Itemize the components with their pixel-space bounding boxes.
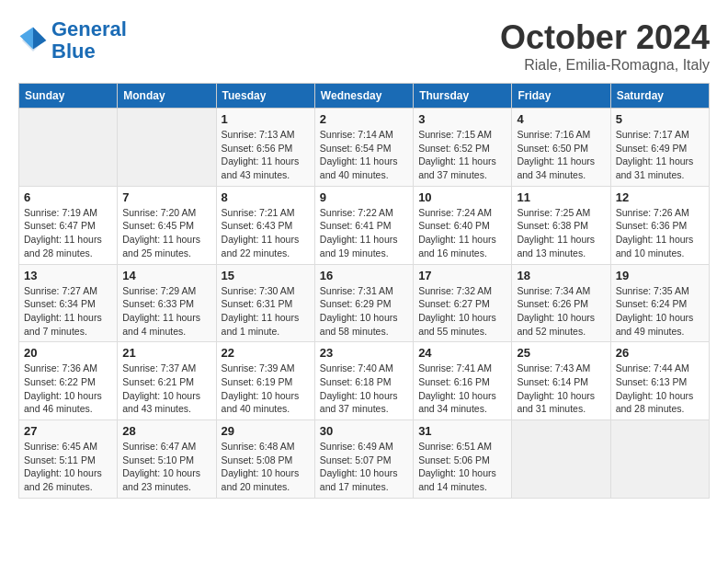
day-info: Sunrise: 7:40 AMSunset: 6:18 PMDaylight:… xyxy=(320,362,408,416)
day-number: 10 xyxy=(418,190,506,204)
day-number: 25 xyxy=(517,346,605,360)
day-number: 15 xyxy=(222,269,310,282)
calendar-cell: 24Sunrise: 7:41 AMSunset: 6:16 PMDayligh… xyxy=(414,342,512,420)
svg-marker-1 xyxy=(33,28,46,50)
day-number: 16 xyxy=(320,269,408,282)
day-number: 13 xyxy=(24,269,112,282)
day-info: Sunrise: 7:39 AMSunset: 6:19 PMDaylight:… xyxy=(222,362,310,416)
day-number: 23 xyxy=(320,346,408,360)
calendar-cell: 4Sunrise: 7:16 AMSunset: 6:50 PMDaylight… xyxy=(512,109,610,187)
calendar-week-1: 6Sunrise: 7:19 AMSunset: 6:47 PMDaylight… xyxy=(19,186,710,264)
calendar-week-2: 13Sunrise: 7:27 AMSunset: 6:34 PMDayligh… xyxy=(19,264,710,342)
calendar-cell: 19Sunrise: 7:35 AMSunset: 6:24 PMDayligh… xyxy=(610,264,709,342)
day-number: 30 xyxy=(320,424,408,438)
day-info: Sunrise: 7:20 AMSunset: 6:45 PMDaylight:… xyxy=(122,206,210,260)
day-info: Sunrise: 6:45 AMSunset: 5:11 PMDaylight:… xyxy=(24,440,112,494)
calendar-cell: 9Sunrise: 7:22 AMSunset: 6:41 PMDaylight… xyxy=(314,186,413,264)
weekday-header-friday: Friday xyxy=(512,84,610,109)
calendar-cell: 28Sunrise: 6:47 AMSunset: 5:10 PMDayligh… xyxy=(118,420,216,499)
day-number: 28 xyxy=(122,424,210,438)
day-info: Sunrise: 7:44 AMSunset: 6:13 PMDaylight:… xyxy=(616,362,704,416)
location-title: Riale, Emilia-Romagna, Italy xyxy=(500,57,710,74)
calendar-cell: 3Sunrise: 7:15 AMSunset: 6:52 PMDaylight… xyxy=(414,109,512,187)
day-info: Sunrise: 7:26 AMSunset: 6:36 PMDaylight:… xyxy=(616,206,704,260)
day-number: 29 xyxy=(222,424,310,438)
day-info: Sunrise: 7:15 AMSunset: 6:52 PMDaylight:… xyxy=(418,128,506,182)
day-number: 7 xyxy=(122,190,210,204)
calendar-cell: 18Sunrise: 7:34 AMSunset: 6:26 PMDayligh… xyxy=(512,264,610,342)
logo-text: General Blue xyxy=(51,18,127,63)
weekday-header-tuesday: Tuesday xyxy=(216,84,314,109)
day-info: Sunrise: 7:34 AMSunset: 6:26 PMDaylight:… xyxy=(517,284,605,339)
day-number: 24 xyxy=(418,346,506,360)
day-info: Sunrise: 7:35 AMSunset: 6:24 PMDaylight:… xyxy=(616,284,704,339)
day-info: Sunrise: 7:41 AMSunset: 6:16 PMDaylight:… xyxy=(418,362,506,416)
day-info: Sunrise: 7:21 AMSunset: 6:43 PMDaylight:… xyxy=(222,206,310,260)
calendar-cell: 5Sunrise: 7:17 AMSunset: 6:49 PMDaylight… xyxy=(610,109,709,187)
day-number: 6 xyxy=(24,190,112,204)
calendar-week-3: 20Sunrise: 7:36 AMSunset: 6:22 PMDayligh… xyxy=(19,342,710,420)
day-info: Sunrise: 7:37 AMSunset: 6:21 PMDaylight:… xyxy=(122,362,210,416)
day-number: 22 xyxy=(222,346,310,360)
calendar-week-0: 1Sunrise: 7:13 AMSunset: 6:56 PMDaylight… xyxy=(19,109,710,187)
calendar-cell: 12Sunrise: 7:26 AMSunset: 6:36 PMDayligh… xyxy=(610,186,709,264)
svg-marker-2 xyxy=(20,28,33,50)
day-number: 5 xyxy=(616,112,704,126)
day-number: 2 xyxy=(320,112,408,126)
weekday-header-wednesday: Wednesday xyxy=(314,84,413,109)
day-info: Sunrise: 7:16 AMSunset: 6:50 PMDaylight:… xyxy=(517,128,605,182)
day-number: 4 xyxy=(517,112,605,126)
calendar-cell xyxy=(19,109,118,187)
weekday-header-sunday: Sunday xyxy=(19,84,118,109)
day-info: Sunrise: 7:14 AMSunset: 6:54 PMDaylight:… xyxy=(320,128,408,182)
day-number: 20 xyxy=(24,346,112,360)
calendar-cell: 16Sunrise: 7:31 AMSunset: 6:29 PMDayligh… xyxy=(314,264,413,342)
day-info: Sunrise: 7:13 AMSunset: 6:56 PMDaylight:… xyxy=(222,128,310,182)
day-info: Sunrise: 6:49 AMSunset: 5:07 PMDaylight:… xyxy=(320,440,408,494)
calendar-cell: 2Sunrise: 7:14 AMSunset: 6:54 PMDaylight… xyxy=(314,109,413,187)
calendar-cell xyxy=(512,420,610,499)
calendar-cell: 1Sunrise: 7:13 AMSunset: 6:56 PMDaylight… xyxy=(216,109,314,187)
calendar-cell: 21Sunrise: 7:37 AMSunset: 6:21 PMDayligh… xyxy=(118,342,216,420)
day-number: 26 xyxy=(616,346,704,360)
day-info: Sunrise: 7:19 AMSunset: 6:47 PMDaylight:… xyxy=(24,206,112,260)
day-info: Sunrise: 7:24 AMSunset: 6:40 PMDaylight:… xyxy=(418,206,506,260)
logo-icon xyxy=(18,26,48,55)
calendar-cell: 15Sunrise: 7:30 AMSunset: 6:31 PMDayligh… xyxy=(216,264,314,342)
calendar-cell: 17Sunrise: 7:32 AMSunset: 6:27 PMDayligh… xyxy=(414,264,512,342)
calendar-cell: 13Sunrise: 7:27 AMSunset: 6:34 PMDayligh… xyxy=(19,264,118,342)
weekday-header-monday: Monday xyxy=(118,84,216,109)
day-info: Sunrise: 7:27 AMSunset: 6:34 PMDaylight:… xyxy=(24,284,112,339)
calendar-cell: 30Sunrise: 6:49 AMSunset: 5:07 PMDayligh… xyxy=(314,420,413,499)
month-title: October 2024 xyxy=(500,18,710,57)
day-number: 8 xyxy=(222,190,310,204)
calendar-cell: 11Sunrise: 7:25 AMSunset: 6:38 PMDayligh… xyxy=(512,186,610,264)
calendar-cell: 8Sunrise: 7:21 AMSunset: 6:43 PMDaylight… xyxy=(216,186,314,264)
calendar-cell: 27Sunrise: 6:45 AMSunset: 5:11 PMDayligh… xyxy=(19,420,118,499)
day-number: 12 xyxy=(616,190,704,204)
day-info: Sunrise: 7:31 AMSunset: 6:29 PMDaylight:… xyxy=(320,284,408,339)
day-info: Sunrise: 7:30 AMSunset: 6:31 PMDaylight:… xyxy=(222,284,310,339)
calendar-cell: 23Sunrise: 7:40 AMSunset: 6:18 PMDayligh… xyxy=(314,342,413,420)
calendar-cell: 6Sunrise: 7:19 AMSunset: 6:47 PMDaylight… xyxy=(19,186,118,264)
calendar-cell: 29Sunrise: 6:48 AMSunset: 5:08 PMDayligh… xyxy=(216,420,314,499)
day-info: Sunrise: 7:22 AMSunset: 6:41 PMDaylight:… xyxy=(320,206,408,260)
day-number: 19 xyxy=(616,269,704,282)
calendar-cell xyxy=(610,420,709,499)
day-info: Sunrise: 7:36 AMSunset: 6:22 PMDaylight:… xyxy=(24,362,112,416)
day-number: 27 xyxy=(24,424,112,438)
calendar-cell: 20Sunrise: 7:36 AMSunset: 6:22 PMDayligh… xyxy=(19,342,118,420)
title-block: October 2024 Riale, Emilia-Romagna, Ital… xyxy=(500,18,710,74)
day-number: 31 xyxy=(418,424,506,438)
calendar-week-4: 27Sunrise: 6:45 AMSunset: 5:11 PMDayligh… xyxy=(19,420,710,499)
calendar-cell: 10Sunrise: 7:24 AMSunset: 6:40 PMDayligh… xyxy=(414,186,512,264)
weekday-header-thursday: Thursday xyxy=(414,84,512,109)
calendar-cell: 14Sunrise: 7:29 AMSunset: 6:33 PMDayligh… xyxy=(118,264,216,342)
calendar-cell: 7Sunrise: 7:20 AMSunset: 6:45 PMDaylight… xyxy=(118,186,216,264)
calendar-cell: 31Sunrise: 6:51 AMSunset: 5:06 PMDayligh… xyxy=(414,420,512,499)
day-info: Sunrise: 6:47 AMSunset: 5:10 PMDaylight:… xyxy=(122,440,210,494)
day-number: 17 xyxy=(418,269,506,282)
calendar-header: SundayMondayTuesdayWednesdayThursdayFrid… xyxy=(19,84,710,109)
day-number: 1 xyxy=(222,112,310,126)
day-number: 3 xyxy=(418,112,506,126)
